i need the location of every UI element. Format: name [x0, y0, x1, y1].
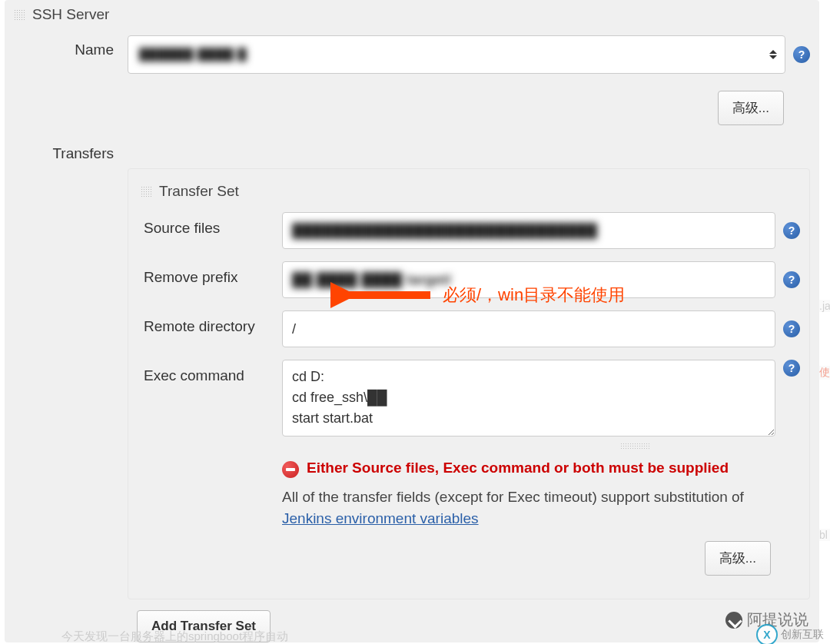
help-icon[interactable]: ?: [793, 46, 810, 63]
name-select[interactable]: ██████ ████ █: [128, 35, 785, 74]
error-message: Either Source files, Exec command or bot…: [307, 458, 729, 479]
remote-directory-label: Remote directory: [128, 310, 282, 335]
remove-prefix-label: Remove prefix: [128, 261, 282, 286]
name-value: ██████ ████ █: [139, 48, 247, 61]
drag-handle-icon[interactable]: [141, 186, 151, 197]
side-fragment: bl: [819, 529, 830, 541]
name-label: Name: [5, 35, 128, 58]
exec-command-label: Exec command: [128, 360, 282, 384]
help-icon[interactable]: ?: [783, 222, 800, 239]
transfers-label: Transfers: [5, 139, 128, 162]
env-vars-link[interactable]: Jenkins environment variables: [282, 510, 479, 526]
exec-command-textarea[interactable]: [282, 360, 775, 437]
transfer-advanced-button[interactable]: 高级...: [705, 541, 771, 576]
remove-prefix-input[interactable]: ██ ████ ████ target/: [282, 261, 775, 298]
side-fragment: .ja: [819, 300, 830, 312]
help-icon[interactable]: ?: [783, 320, 800, 337]
drag-handle-icon[interactable]: [14, 9, 25, 20]
chevron-updown-icon: [769, 50, 777, 59]
ssh-server-title: SSH Server: [32, 6, 109, 23]
source-files-input[interactable]: ██████████████████████████████: [282, 212, 775, 249]
ssh-advanced-button[interactable]: 高级...: [718, 91, 784, 125]
remote-directory-input[interactable]: [282, 310, 775, 347]
transfer-set-title: Transfer Set: [159, 183, 239, 200]
help-icon[interactable]: ?: [783, 271, 800, 288]
faded-caption: 今天发现一台服务器上的springboot程序自动: [61, 629, 288, 644]
info-text: All of the transfer fields (except for E…: [282, 483, 771, 530]
side-fragment: 使: [819, 366, 830, 380]
help-icon[interactable]: ?: [783, 360, 800, 377]
transfer-set-panel: Transfer Set Source files ██████████████…: [128, 168, 810, 599]
source-files-label: Source files: [128, 212, 282, 237]
watermark-secondary: X 创新互联: [756, 624, 824, 644]
wechat-icon: [725, 612, 742, 629]
error-icon: [282, 461, 299, 478]
brand-icon: X: [756, 624, 778, 644]
